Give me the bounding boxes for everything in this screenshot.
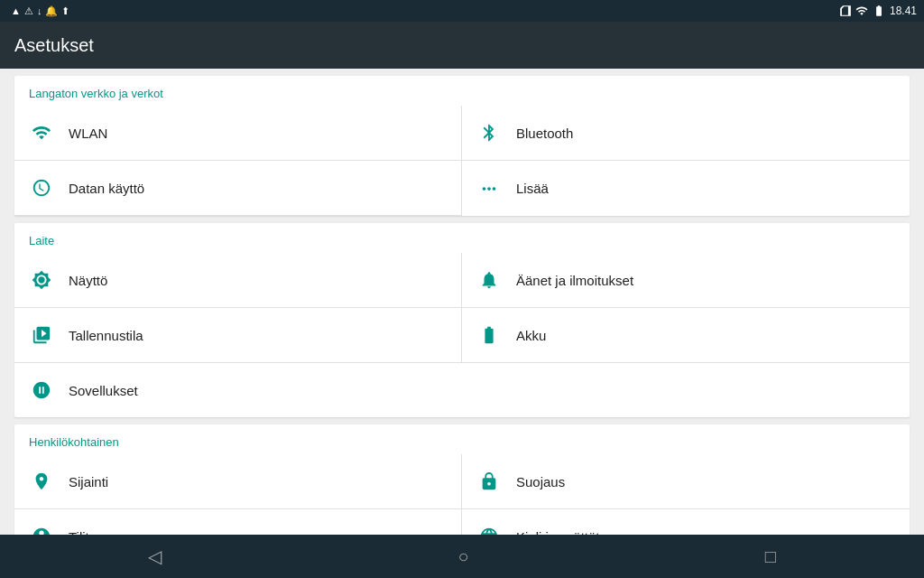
more-label: Lisää <box>516 181 549 196</box>
settings-item-storage[interactable]: Tallennustila <box>14 308 462 363</box>
settings-item-data[interactable]: Datan käyttö <box>14 161 462 216</box>
recent-icon: □ <box>765 546 776 567</box>
settings-item-sound[interactable]: Äänet ja ilmoitukset <box>462 253 910 308</box>
settings-item-bluetooth[interactable]: Bluetooth <box>462 106 910 161</box>
wlan-label: WLAN <box>69 126 107 141</box>
notification-icon-5: ⬆ <box>61 5 69 17</box>
recent-button[interactable]: □ <box>744 539 798 574</box>
settings-item-security[interactable]: Suojaus <box>462 454 910 509</box>
section-personal: Henkilökohtainen Sijainti Suojaus Tilit <box>14 424 910 535</box>
battery-status-icon <box>872 5 886 17</box>
location-label: Sijainti <box>69 474 108 489</box>
page-title: Asetukset <box>14 35 94 56</box>
back-button[interactable]: ◁ <box>126 538 183 574</box>
settings-item-apps[interactable]: Sovellukset <box>14 363 910 417</box>
settings-item-wlan[interactable]: WLAN <box>14 106 462 161</box>
settings-content: Langaton verkko ja verkot WLAN Bluetooth… <box>0 69 924 535</box>
data-usage-icon <box>29 175 54 200</box>
notification-icon-4: 🔔 <box>45 5 58 17</box>
sound-label: Äänet ja ilmoitukset <box>516 273 633 288</box>
personal-grid: Sijainti Suojaus Tilit Kieli ja syöttöta… <box>14 454 910 535</box>
display-icon <box>29 267 54 293</box>
settings-item-accounts[interactable]: Tilit <box>14 509 462 535</box>
bluetooth-label: Bluetooth <box>516 126 573 141</box>
home-button[interactable]: ○ <box>436 539 490 574</box>
language-icon <box>476 524 502 535</box>
wifi-status-icon <box>855 5 868 17</box>
apps-icon <box>29 378 54 403</box>
data-label: Datan käyttö <box>69 181 144 196</box>
security-icon <box>476 469 502 494</box>
nav-bar: ◁ ○ □ <box>0 535 924 578</box>
more-icon <box>476 176 502 201</box>
security-label: Suojaus <box>516 474 565 489</box>
battery-label: Akku <box>516 328 546 343</box>
section-personal-header: Henkilökohtainen <box>14 424 910 454</box>
back-icon: ◁ <box>148 545 162 567</box>
notification-icon-1: ▲ <box>11 5 21 16</box>
accounts-icon <box>29 524 54 535</box>
settings-item-more[interactable]: Lisää <box>462 161 910 216</box>
clock: 18.41 <box>890 5 917 17</box>
section-device-header: Laite <box>14 223 910 253</box>
status-bar: ▲ ⚠ ↓ 🔔 ⬆ 18.41 <box>0 0 924 22</box>
bluetooth-icon <box>476 120 502 145</box>
wifi-icon <box>29 120 54 145</box>
notification-icon-3: ↓ <box>37 5 42 16</box>
settings-item-language[interactable]: Kieli ja syöttötapa <box>462 509 910 535</box>
settings-item-battery[interactable]: Akku <box>462 308 910 363</box>
battery-icon <box>476 322 502 348</box>
display-label: Näyttö <box>69 273 107 288</box>
section-wireless-header: Langaton verkko ja verkot <box>14 76 910 106</box>
home-icon: ○ <box>457 546 468 567</box>
section-wireless: Langaton verkko ja verkot WLAN Bluetooth… <box>14 76 910 216</box>
toolbar: Asetukset <box>0 22 924 69</box>
device-grid: Näyttö Äänet ja ilmoitukset Tallennustil… <box>14 253 910 417</box>
status-left-icons: ▲ ⚠ ↓ 🔔 ⬆ <box>7 5 836 17</box>
notification-icon-2: ⚠ <box>24 5 33 17</box>
wireless-grid: WLAN Bluetooth Datan käyttö Lisää <box>14 106 910 216</box>
section-device: Laite Näyttö Äänet ja ilmoitukset Tallen… <box>14 223 910 417</box>
settings-item-location[interactable]: Sijainti <box>14 454 462 509</box>
settings-item-display[interactable]: Näyttö <box>14 253 462 308</box>
status-right-icons: 18.41 <box>839 5 917 17</box>
location-icon <box>29 469 54 494</box>
sound-icon <box>476 267 502 293</box>
apps-label: Sovellukset <box>69 383 138 398</box>
storage-label: Tallennustila <box>69 328 143 343</box>
sim-icon <box>839 5 852 17</box>
storage-icon <box>29 322 54 348</box>
